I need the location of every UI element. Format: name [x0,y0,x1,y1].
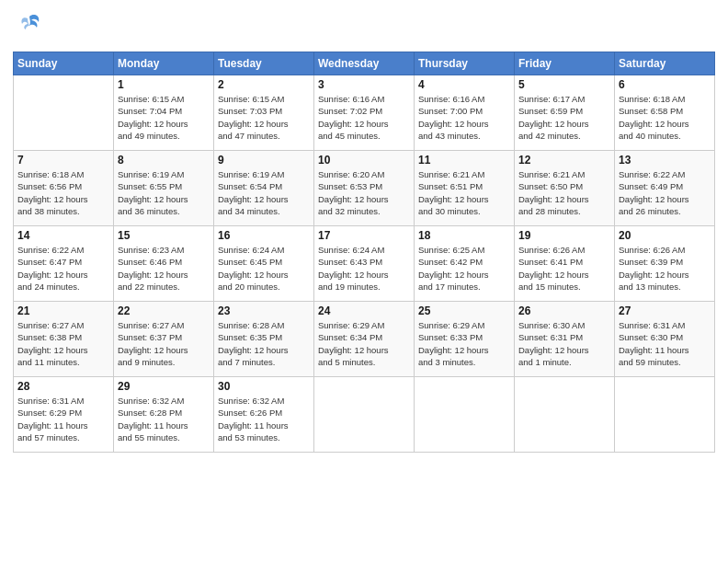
day-info: Sunrise: 6:25 AM Sunset: 6:42 PM Dayligh… [418,244,510,293]
day-info: Sunrise: 6:32 AM Sunset: 6:28 PM Dayligh… [118,395,210,443]
calendar-header-wednesday: Wednesday [314,52,415,75]
day-number: 17 [318,229,410,242]
calendar-day-2: 2Sunrise: 6:15 AM Sunset: 7:03 PM Daylig… [214,75,314,151]
day-number: 4 [418,78,510,91]
page: SundayMondayTuesdayWednesdayThursdayFrid… [0,0,728,563]
day-info: Sunrise: 6:29 AM Sunset: 6:34 PM Dayligh… [318,319,410,368]
calendar-header-friday: Friday [515,52,615,75]
calendar-day-9: 9Sunrise: 6:19 AM Sunset: 6:54 PM Daylig… [214,151,314,226]
calendar-day-26: 26Sunrise: 6:30 AM Sunset: 6:31 PM Dayli… [515,302,615,377]
calendar-day-10: 10Sunrise: 6:20 AM Sunset: 6:53 PM Dayli… [314,151,415,226]
day-info: Sunrise: 6:15 AM Sunset: 7:04 PM Dayligh… [118,93,210,142]
calendar-day-1: 1Sunrise: 6:15 AM Sunset: 7:04 PM Daylig… [114,75,214,151]
day-info: Sunrise: 6:31 AM Sunset: 6:29 PM Dayligh… [17,395,109,443]
day-info: Sunrise: 6:16 AM Sunset: 7:02 PM Dayligh… [318,93,410,142]
calendar-day-18: 18Sunrise: 6:25 AM Sunset: 6:42 PM Dayli… [415,226,515,302]
calendar-day-13: 13Sunrise: 6:22 AM Sunset: 6:49 PM Dayli… [615,151,715,226]
day-info: Sunrise: 6:18 AM Sunset: 6:58 PM Dayligh… [619,93,711,142]
calendar-day-28: 28Sunrise: 6:31 AM Sunset: 6:29 PM Dayli… [14,377,114,453]
calendar-week-row: 7Sunrise: 6:18 AM Sunset: 6:56 PM Daylig… [14,151,715,226]
day-info: Sunrise: 6:18 AM Sunset: 6:56 PM Dayligh… [17,168,109,217]
day-number: 22 [118,304,210,317]
day-info: Sunrise: 6:21 AM Sunset: 6:51 PM Dayligh… [418,168,510,217]
header [13,9,715,46]
day-info: Sunrise: 6:29 AM Sunset: 6:33 PM Dayligh… [418,319,510,368]
calendar-day-23: 23Sunrise: 6:28 AM Sunset: 6:35 PM Dayli… [214,302,314,377]
calendar-day-3: 3Sunrise: 6:16 AM Sunset: 7:02 PM Daylig… [314,75,415,151]
calendar-header-monday: Monday [114,52,214,75]
day-info: Sunrise: 6:22 AM Sunset: 6:47 PM Dayligh… [17,244,109,293]
calendar-empty-cell [615,377,715,453]
day-info: Sunrise: 6:26 AM Sunset: 6:39 PM Dayligh… [619,244,711,293]
logo-icon [13,9,46,42]
day-info: Sunrise: 6:16 AM Sunset: 7:00 PM Dayligh… [418,93,510,142]
calendar-day-8: 8Sunrise: 6:19 AM Sunset: 6:55 PM Daylig… [114,151,214,226]
calendar-day-7: 7Sunrise: 6:18 AM Sunset: 6:56 PM Daylig… [14,151,114,226]
day-number: 13 [619,154,711,167]
calendar-day-30: 30Sunrise: 6:32 AM Sunset: 6:26 PM Dayli… [214,377,314,453]
day-number: 14 [17,229,109,242]
calendar-day-29: 29Sunrise: 6:32 AM Sunset: 6:28 PM Dayli… [114,377,214,453]
day-number: 29 [118,380,210,393]
day-info: Sunrise: 6:17 AM Sunset: 6:59 PM Dayligh… [518,93,610,142]
calendar-empty-cell [415,377,515,453]
day-info: Sunrise: 6:21 AM Sunset: 6:50 PM Dayligh… [518,168,610,217]
calendar-day-20: 20Sunrise: 6:26 AM Sunset: 6:39 PM Dayli… [615,226,715,302]
day-number: 20 [619,229,711,242]
day-info: Sunrise: 6:23 AM Sunset: 6:46 PM Dayligh… [118,244,210,293]
calendar-week-row: 1Sunrise: 6:15 AM Sunset: 7:04 PM Daylig… [14,75,715,151]
day-info: Sunrise: 6:26 AM Sunset: 6:41 PM Dayligh… [518,244,610,293]
day-info: Sunrise: 6:30 AM Sunset: 6:31 PM Dayligh… [518,319,610,368]
day-number: 7 [17,154,109,167]
calendar-day-22: 22Sunrise: 6:27 AM Sunset: 6:37 PM Dayli… [114,302,214,377]
calendar-day-5: 5Sunrise: 6:17 AM Sunset: 6:59 PM Daylig… [515,75,615,151]
day-number: 5 [518,78,610,91]
calendar-header-saturday: Saturday [615,52,715,75]
calendar-day-21: 21Sunrise: 6:27 AM Sunset: 6:38 PM Dayli… [14,302,114,377]
calendar-week-row: 14Sunrise: 6:22 AM Sunset: 6:47 PM Dayli… [14,226,715,302]
day-number: 8 [118,154,210,167]
day-info: Sunrise: 6:20 AM Sunset: 6:53 PM Dayligh… [318,168,410,217]
calendar-day-14: 14Sunrise: 6:22 AM Sunset: 6:47 PM Dayli… [14,226,114,302]
day-number: 23 [218,304,310,317]
day-number: 1 [118,78,210,91]
calendar-day-6: 6Sunrise: 6:18 AM Sunset: 6:58 PM Daylig… [615,75,715,151]
calendar-day-15: 15Sunrise: 6:23 AM Sunset: 6:46 PM Dayli… [114,226,214,302]
calendar-day-24: 24Sunrise: 6:29 AM Sunset: 6:34 PM Dayli… [314,302,415,377]
day-number: 26 [518,304,610,317]
day-info: Sunrise: 6:24 AM Sunset: 6:45 PM Dayligh… [218,244,310,293]
calendar-day-16: 16Sunrise: 6:24 AM Sunset: 6:45 PM Dayli… [214,226,314,302]
calendar-day-19: 19Sunrise: 6:26 AM Sunset: 6:41 PM Dayli… [515,226,615,302]
calendar-table: SundayMondayTuesdayWednesdayThursdayFrid… [13,52,715,453]
day-number: 9 [218,154,310,167]
day-info: Sunrise: 6:32 AM Sunset: 6:26 PM Dayligh… [218,395,310,443]
day-number: 10 [318,154,410,167]
calendar-day-11: 11Sunrise: 6:21 AM Sunset: 6:51 PM Dayli… [415,151,515,226]
day-info: Sunrise: 6:24 AM Sunset: 6:43 PM Dayligh… [318,244,410,293]
day-number: 28 [17,380,109,393]
day-info: Sunrise: 6:22 AM Sunset: 6:49 PM Dayligh… [619,168,711,217]
calendar-header-tuesday: Tuesday [214,52,314,75]
calendar-header-sunday: Sunday [14,52,114,75]
day-number: 30 [218,380,310,393]
calendar-day-17: 17Sunrise: 6:24 AM Sunset: 6:43 PM Dayli… [314,226,415,302]
calendar-empty-cell [314,377,415,453]
day-number: 3 [318,78,410,91]
calendar-header-row: SundayMondayTuesdayWednesdayThursdayFrid… [14,52,715,75]
day-number: 19 [518,229,610,242]
day-number: 25 [418,304,510,317]
day-number: 27 [619,304,711,317]
day-number: 15 [118,229,210,242]
day-number: 12 [518,154,610,167]
day-info: Sunrise: 6:19 AM Sunset: 6:55 PM Dayligh… [118,168,210,217]
day-number: 11 [418,154,510,167]
day-number: 21 [17,304,109,317]
day-number: 2 [218,78,310,91]
calendar-header-thursday: Thursday [415,52,515,75]
day-info: Sunrise: 6:28 AM Sunset: 6:35 PM Dayligh… [218,319,310,368]
calendar-day-27: 27Sunrise: 6:31 AM Sunset: 6:30 PM Dayli… [615,302,715,377]
day-info: Sunrise: 6:19 AM Sunset: 6:54 PM Dayligh… [218,168,310,217]
day-info: Sunrise: 6:27 AM Sunset: 6:38 PM Dayligh… [17,319,109,368]
calendar-week-row: 28Sunrise: 6:31 AM Sunset: 6:29 PM Dayli… [14,377,715,453]
calendar-empty-cell [14,75,114,151]
